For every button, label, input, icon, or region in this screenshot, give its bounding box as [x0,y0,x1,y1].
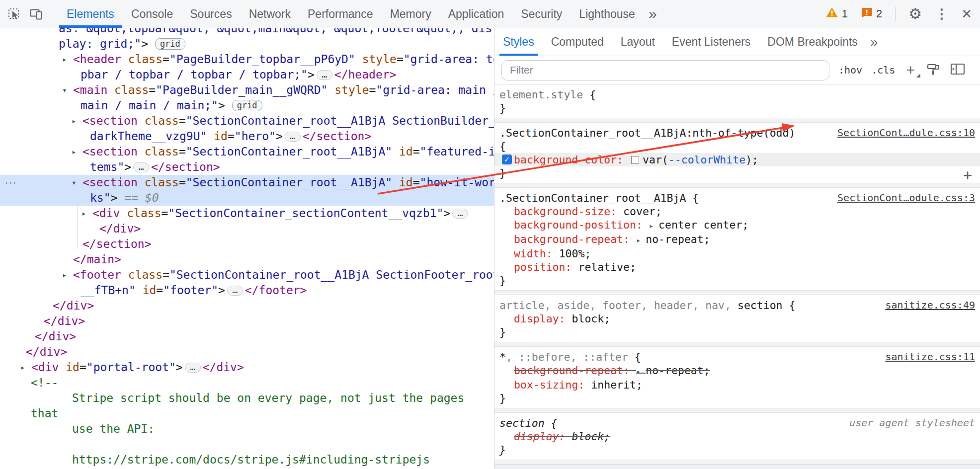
dom-tree-line[interactable]: Stripe script should be on every page, n… [0,391,494,406]
styles-filter-input[interactable] [501,60,829,80]
css-property[interactable]: ✓background-color: var(--colorWhite); [494,153,980,166]
tab-console[interactable]: Console [123,0,181,28]
expand-arrow-icon[interactable]: ▸ [62,52,67,67]
dom-tree-line[interactable]: </section> [0,236,494,252]
dom-tree-line[interactable]: ▸<div class="SectionContainer_sectionCon… [0,206,494,221]
dom-tree-line[interactable]: </main> [0,252,494,267]
expand-children-button[interactable]: … [227,286,243,296]
more-tabs-icon[interactable]: » [644,0,662,28]
dom-tree-line[interactable]: that [0,406,494,421]
grid-badge[interactable]: grid [155,38,185,50]
expand-arrow-icon[interactable]: ▸ [20,360,25,375]
tab-security[interactable]: Security [512,0,571,28]
css-variable-link[interactable]: --colorWhite [668,154,745,166]
css-property[interactable]: position: relative; [499,260,975,274]
dom-tree-line[interactable]: ▸<section class="SectionContainer_root__… [0,113,494,129]
toggle-sidebar-icon[interactable] [950,62,966,78]
grid-badge[interactable]: grid [232,100,262,111]
close-devtools-icon[interactable]: ✕ [961,7,972,20]
dom-tree-line[interactable]: pbar / topbar / topbar / topbar;">…</hea… [0,67,494,82]
color-swatch[interactable] [631,156,639,164]
new-style-rule-button[interactable]: + [904,63,917,78]
css-property[interactable]: background-position: ▸ center center; [499,218,975,233]
css-property[interactable]: background-size: cover; [499,205,975,218]
dom-tree-line[interactable]: https://stripe.com/docs/stripe.js#includ… [0,452,494,468]
expand-arrow-icon[interactable]: ▸ [82,206,86,221]
insert-rule-button[interactable]: + [963,168,972,182]
dom-tree-line[interactable] [0,437,494,452]
styles-tab-styles[interactable]: Styles [494,28,543,56]
css-property[interactable]: background-repeat: ▸ no-repeat; [499,233,975,247]
dom-tree-line[interactable]: tems">…</section> [0,159,494,175]
settings-gear-icon[interactable]: ⚙ [908,6,922,21]
css-property[interactable]: display: block; [499,312,975,325]
dom-tree-line[interactable]: ▾<main class="PageBuilder_main__gWQRD" s… [0,82,494,98]
expand-value-icon[interactable]: ▸ [636,367,646,376]
dom-tree-line[interactable]: </div> [0,344,494,360]
expand-children-button[interactable]: … [452,209,468,219]
dom-tree-line[interactable]: darkTheme__vzg9U" id="hero">…</section> [0,129,494,144]
css-property[interactable]: width: 100%; [499,247,975,260]
styles-tab-computed[interactable]: Computed [543,28,612,56]
stylesheet-source-link[interactable]: sanitize.css:49 [885,299,975,312]
dom-tree-line[interactable]: </div> [0,313,494,329]
rule-selector[interactable]: section { [499,416,849,430]
dom-tree-line[interactable]: ▸<section class="SectionContainer_root__… [0,144,494,159]
rule-selector[interactable]: article, aside, footer, header, nav, sec… [499,299,885,312]
expand-arrow-icon[interactable]: ▸ [62,267,67,283]
dom-tree-line[interactable]: ▸<div id="portal-root">…</div> [0,360,494,375]
rule-selector[interactable]: .SectionContainer_root__A1BjA { [499,191,837,205]
issues-badge[interactable]: 2 [861,6,882,21]
rendering-emulation-icon[interactable] [926,62,941,78]
rule-selector[interactable]: element.style { [499,88,975,101]
dom-tree-line[interactable]: </div> [0,298,494,313]
class-toggle[interactable]: .cls [871,64,895,76]
expand-arrow-icon[interactable]: ▸ [72,113,77,129]
stylesheet-source-link[interactable]: SectionCont…dule.css:10 [837,126,975,140]
styles-tab-dom-breakpoints[interactable]: DOM Breakpoints [759,28,866,56]
rule-selector[interactable]: .SectionContainer_root__A1BjA:nth-of-typ… [499,126,837,140]
styles-more-tabs-icon[interactable]: » [866,28,882,56]
dom-tree-line[interactable]: </div> [0,221,494,236]
dom-tree-line[interactable]: </div> [0,329,494,344]
css-property[interactable]: background-repeat: ▸ no-repeat; [499,364,975,378]
tab-memory[interactable]: Memory [382,0,440,28]
expand-children-button[interactable]: … [317,70,332,80]
dom-tree-line[interactable]: <!-- [0,375,494,391]
tab-network[interactable]: Network [241,0,299,28]
css-property[interactable]: box-sizing: inherit; [499,378,975,391]
tab-sources[interactable]: Sources [181,0,240,28]
expand-children-button[interactable]: … [285,132,301,142]
pseudo-state-toggle[interactable]: :hov [838,64,862,76]
tab-application[interactable]: Application [440,0,513,28]
stylesheet-source-link[interactable]: SectionCont…odule.css:3 [837,191,975,205]
dom-tree-line[interactable]: use the API: [0,421,494,437]
tab-lighthouse[interactable]: Lighthouse [571,0,644,28]
dom-tree-line[interactable]: play: grid;"> grid [0,36,494,52]
styles-tab-layout[interactable]: Layout [612,28,663,56]
css-property[interactable]: display: block; [499,430,975,443]
warnings-badge[interactable]: 1 [825,6,848,21]
property-enabled-checkbox[interactable]: ✓ [502,155,512,164]
expand-value-icon[interactable]: ▸ [649,221,658,231]
dom-tree-line[interactable]: ▸<header class="PageBuilder_topbar__pP6y… [0,52,494,67]
expand-arrow-icon[interactable]: ▸ [72,144,77,159]
dom-tree-line[interactable]: main / main / main;"> grid [0,98,494,113]
expand-children-button[interactable]: … [185,363,201,373]
dom-tree-line[interactable]: __fTB+n" id="footer">…</footer> [0,283,494,298]
expand-value-icon[interactable]: ▸ [636,235,646,245]
dom-tree-line-selected[interactable]: ks"> == $0 [0,190,494,206]
dom-tree-line[interactable]: as: &quot;topbar&quot; &quot;main&quot; … [0,28,494,36]
device-toolbar-icon[interactable] [28,5,45,22]
expand-children-button[interactable]: … [133,162,149,172]
stylesheet-source-link[interactable]: sanitize.css:11 [885,350,975,364]
styles-tab-event-listeners[interactable]: Event Listeners [663,28,759,56]
tab-elements[interactable]: Elements [58,0,123,28]
node-options-dots[interactable]: ⋯ [4,175,17,190]
kebab-menu-icon[interactable]: ⋮ [935,7,948,21]
dom-tree-line[interactable]: ▸<footer class="SectionContainer_root__A… [0,267,494,283]
collapse-arrow-icon[interactable]: ▾ [62,82,67,98]
collapse-arrow-icon[interactable]: ▾ [72,175,77,190]
rule-selector[interactable]: *, ::before, ::after { [499,350,885,364]
inspect-element-icon[interactable] [6,5,23,22]
